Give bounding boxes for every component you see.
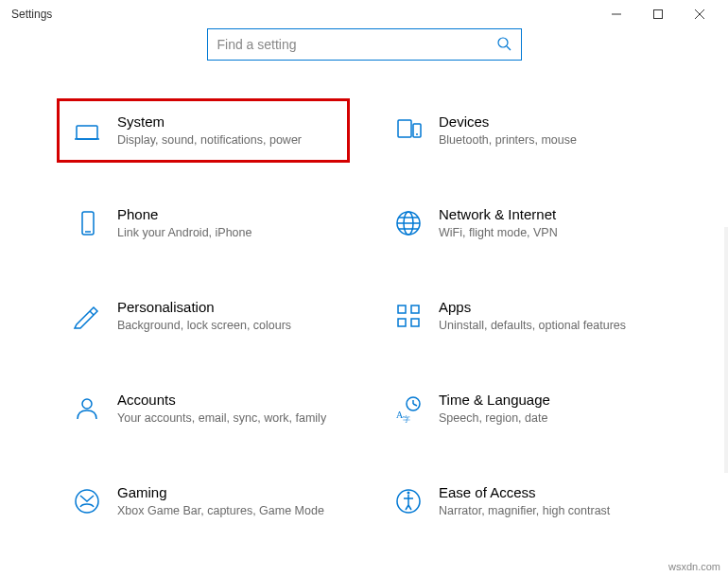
ease-of-access-icon bbox=[390, 482, 427, 520]
tile-gaming[interactable]: Gaming Xbox Game Bar, captures, Game Mod… bbox=[57, 469, 350, 533]
tile-desc: Speech, region, date bbox=[439, 410, 660, 427]
system-icon bbox=[68, 112, 106, 149]
search-icon bbox=[496, 36, 511, 54]
time-language-icon bbox=[390, 390, 427, 428]
tile-title: Accounts bbox=[117, 392, 338, 408]
tile-devices[interactable]: Devices Bluetooth, printers, mouse bbox=[378, 98, 671, 163]
tile-network[interactable]: Network & Internet WiFi, flight mode, VP… bbox=[378, 191, 671, 255]
tile-desc: Link your Android, iPhone bbox=[117, 225, 338, 241]
tile-desc: Bluetooth, printers, mouse bbox=[439, 132, 660, 148]
tile-title: Apps bbox=[439, 299, 660, 315]
search-input[interactable] bbox=[217, 37, 496, 52]
network-icon bbox=[390, 204, 427, 242]
tile-time[interactable]: Time & Language Speech, region, date bbox=[378, 376, 671, 441]
accounts-icon bbox=[68, 390, 106, 428]
tile-title: Ease of Access bbox=[439, 484, 660, 500]
watermark: wsxdn.com bbox=[668, 561, 720, 572]
tile-desc: Uninstall, defaults, optional features bbox=[439, 318, 660, 334]
tile-title: Personalisation bbox=[117, 299, 338, 315]
tile-desc: Narrator, magnifier, high contrast bbox=[439, 503, 660, 519]
maximize-button[interactable] bbox=[637, 0, 679, 28]
tile-ease[interactable]: Ease of Access Narrator, magnifier, high… bbox=[378, 469, 671, 533]
svg-line-5 bbox=[507, 46, 511, 50]
scrollbar[interactable] bbox=[724, 227, 728, 473]
tile-title: Phone bbox=[117, 206, 338, 222]
tile-desc: Xbox Game Bar, captures, Game Mode bbox=[117, 503, 338, 519]
tile-title: System bbox=[117, 113, 338, 130]
search-box[interactable] bbox=[207, 28, 522, 61]
tile-apps[interactable]: Apps Uninstall, defaults, optional featu… bbox=[378, 284, 671, 348]
personalisation-icon bbox=[68, 297, 106, 335]
tile-desc: Background, lock screen, colours bbox=[117, 318, 338, 334]
svg-point-4 bbox=[498, 38, 508, 47]
phone-icon bbox=[68, 204, 106, 242]
search-container bbox=[0, 28, 728, 61]
minimize-button[interactable] bbox=[596, 0, 637, 28]
settings-grid: System Display, sound, notifications, po… bbox=[0, 61, 728, 533]
tile-desc: Your accounts, email, sync, work, family bbox=[117, 410, 338, 427]
tile-system[interactable]: System Display, sound, notifications, po… bbox=[57, 98, 350, 163]
gaming-icon bbox=[68, 482, 106, 520]
apps-icon bbox=[390, 297, 427, 335]
window-title: Settings bbox=[8, 8, 596, 21]
tile-desc: WiFi, flight mode, VPN bbox=[439, 225, 660, 241]
tile-title: Devices bbox=[439, 113, 660, 130]
tile-desc: Display, sound, notifications, power bbox=[117, 132, 338, 148]
tile-title: Network & Internet bbox=[439, 206, 660, 222]
tile-phone[interactable]: Phone Link your Android, iPhone bbox=[57, 191, 350, 255]
tile-personalisation[interactable]: Personalisation Background, lock screen,… bbox=[57, 284, 350, 348]
devices-icon bbox=[390, 112, 427, 149]
titlebar: Settings bbox=[0, 0, 728, 28]
tile-title: Time & Language bbox=[439, 392, 660, 408]
window-buttons bbox=[596, 0, 720, 28]
close-button[interactable] bbox=[679, 0, 720, 28]
tile-accounts[interactable]: Accounts Your accounts, email, sync, wor… bbox=[57, 376, 350, 441]
svg-rect-1 bbox=[654, 10, 663, 19]
tile-title: Gaming bbox=[117, 484, 338, 500]
